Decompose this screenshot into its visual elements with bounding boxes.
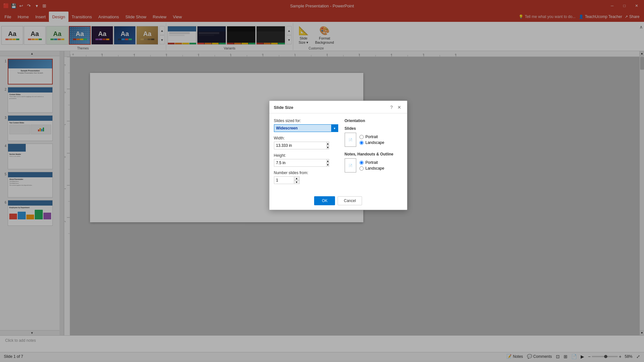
- notes-orientation-icon: 📄: [345, 158, 356, 172]
- slides-sized-for-wrapper: Widescreen Standard (4:3) Custom ▾: [274, 124, 338, 132]
- notes-handouts-label: Notes, Handouts & Outline: [345, 152, 403, 156]
- notes-landscape-option[interactable]: Landscape: [359, 166, 385, 171]
- dialog-header: Slide Size ? ✕: [269, 101, 407, 113]
- notes-portrait-radio[interactable]: [359, 161, 364, 165]
- slides-orientation-icon: 📄: [345, 133, 356, 147]
- number-slides-decrement-button[interactable]: ▼: [294, 180, 300, 184]
- number-slides-label: Number slides from:: [274, 171, 338, 175]
- slides-radio-options: Portrait Landscape: [359, 135, 385, 145]
- dialog-left: Slides sized for: Widescreen Standard (4…: [274, 119, 338, 188]
- number-slides-spinner-buttons: ▲ ▼: [294, 176, 300, 184]
- notes-landscape-label: Landscape: [366, 166, 385, 171]
- width-decrement-button[interactable]: ▼: [326, 146, 330, 149]
- slides-sized-for-select[interactable]: Widescreen Standard (4:3) Custom: [274, 124, 338, 132]
- notes-portrait-label: Portrait: [366, 160, 378, 165]
- dialog-header-icons: ? ✕: [389, 104, 403, 110]
- height-input[interactable]: 7.5 in: [274, 159, 326, 167]
- slide-size-dialog: Slide Size ? ✕ Slides sized for: Widescr…: [269, 101, 407, 210]
- notes-portrait-option[interactable]: Portrait: [359, 160, 385, 165]
- dialog-right: Orientation Slides 📄 Portrait: [345, 119, 403, 188]
- width-spinner: 13.333 in ▲ ▼: [274, 142, 300, 149]
- slides-landscape-option[interactable]: Landscape: [359, 140, 385, 145]
- height-increment-button[interactable]: ▲: [326, 159, 330, 163]
- dialog-help-button[interactable]: ?: [389, 104, 394, 110]
- dialog-overlay: Slide Size ? ✕ Slides sized for: Widescr…: [0, 0, 644, 362]
- slides-sized-for-group: Slides sized for: Widescreen Standard (4…: [274, 119, 338, 132]
- slides-orientation-section: Slides 📄 Portrait Landscape: [345, 126, 403, 147]
- number-slides-increment-button[interactable]: ▲: [294, 176, 300, 180]
- height-label: Height:: [274, 153, 338, 158]
- height-decrement-button[interactable]: ▼: [326, 163, 330, 167]
- width-spinner-buttons: ▲ ▼: [326, 142, 330, 149]
- dialog-title: Slide Size: [274, 105, 294, 110]
- number-slides-group: Number slides from: 1 ▲ ▼: [274, 171, 338, 184]
- dialog-body: Slides sized for: Widescreen Standard (4…: [269, 113, 407, 193]
- slides-sized-for-label: Slides sized for:: [274, 119, 338, 123]
- notes-orientation-options: 📄 Portrait Landscape: [345, 158, 403, 172]
- slides-orientation-options: 📄 Portrait Landscape: [345, 133, 403, 147]
- width-input[interactable]: 13.333 in: [274, 142, 326, 149]
- ok-button[interactable]: OK: [314, 196, 335, 205]
- cancel-button[interactable]: Cancel: [338, 196, 362, 205]
- slides-orientation-label: Slides: [345, 126, 403, 131]
- slides-landscape-label: Landscape: [366, 140, 385, 145]
- dialog-footer: OK Cancel: [269, 193, 407, 210]
- slides-portrait-radio[interactable]: [359, 135, 364, 139]
- height-spinner: 7.5 in ▲ ▼: [274, 159, 300, 167]
- dialog-close-button[interactable]: ✕: [396, 104, 403, 110]
- slides-landscape-radio[interactable]: [359, 141, 364, 145]
- notes-landscape-radio[interactable]: [359, 166, 364, 171]
- notes-handouts-section: Notes, Handouts & Outline 📄 Portrait Lan…: [345, 152, 403, 172]
- height-spinner-buttons: ▲ ▼: [326, 159, 330, 167]
- height-group: Height: 7.5 in ▲ ▼: [274, 153, 338, 167]
- slides-portrait-label: Portrait: [366, 135, 378, 139]
- notes-radio-options: Portrait Landscape: [359, 160, 385, 171]
- slides-portrait-option[interactable]: Portrait: [359, 135, 385, 139]
- orientation-title: Orientation: [345, 119, 403, 123]
- width-increment-button[interactable]: ▲: [326, 142, 330, 146]
- width-label: Width:: [274, 136, 338, 140]
- width-group: Width: 13.333 in ▲ ▼: [274, 136, 338, 149]
- number-slides-input[interactable]: 1: [274, 176, 294, 184]
- number-slides-spinner: 1 ▲ ▼: [274, 176, 300, 184]
